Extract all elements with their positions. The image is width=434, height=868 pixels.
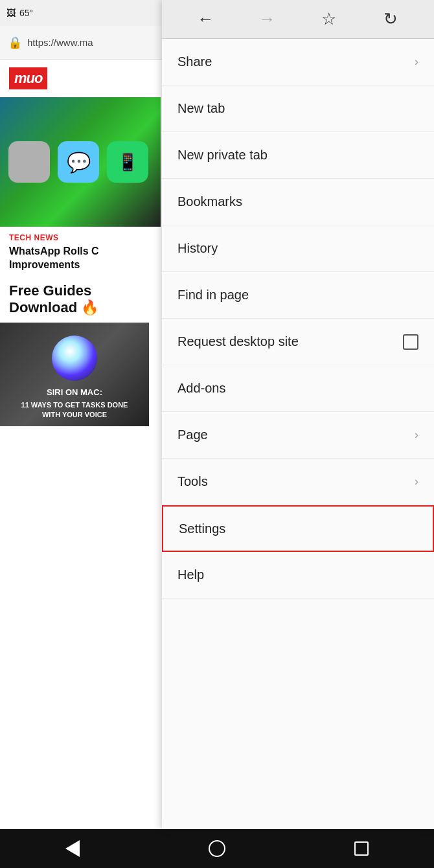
- back-nav-button[interactable]: [56, 832, 89, 865]
- menu-item-find-in-page[interactable]: Find in page: [162, 272, 434, 319]
- top-image: 💬 📱: [0, 97, 161, 227]
- menu-item-label-new-private-tab: New private tab: [177, 148, 268, 163]
- page-text: TECH NEWS WhatsApp Rolls C Improvements …: [0, 227, 161, 323]
- home-nav-icon: [209, 840, 225, 857]
- siri-thumb: SIRI ON MAC: 11 WAYS TO GET TASKS DONE W…: [0, 323, 149, 426]
- menu-item-label-bookmarks: Bookmarks: [177, 194, 242, 209]
- status-left: 🖼 65°: [6, 8, 33, 18]
- menu-item-label-find-in-page: Find in page: [177, 288, 249, 303]
- siri-circle: [52, 336, 97, 381]
- menu-toolbar: ← → ☆ ↻: [162, 0, 434, 39]
- menu-item-bookmarks[interactable]: Bookmarks: [162, 179, 434, 225]
- free-guides: Free Guides Download 🔥: [9, 282, 152, 317]
- logo-text: muo: [9, 67, 47, 89]
- menu-item-label-help: Help: [177, 567, 204, 582]
- recent-nav-button[interactable]: [345, 832, 378, 865]
- menu-items-list: Share›New tabNew private tabBookmarksHis…: [162, 39, 434, 829]
- context-menu: ← → ☆ ↻ Share›New tabNew private tabBook…: [162, 0, 434, 829]
- menu-item-label-new-tab: New tab: [177, 101, 225, 116]
- menu-item-chevron-tools: ›: [415, 475, 418, 488]
- app-icon-1: [8, 141, 50, 183]
- menu-item-request-desktop-site[interactable]: Request desktop site: [162, 319, 434, 365]
- page-background: muo 💬 📱 TECH NEWS WhatsApp Rolls C Impro…: [0, 60, 161, 829]
- menu-item-history[interactable]: History: [162, 225, 434, 272]
- menu-item-label-tools: Tools: [177, 474, 208, 489]
- menu-item-add-ons[interactable]: Add-ons: [162, 365, 434, 412]
- menu-item-share[interactable]: Share›: [162, 39, 434, 86]
- menu-item-chevron-page: ›: [415, 428, 418, 442]
- bookmark-star-button[interactable]: ☆: [313, 3, 345, 36]
- menu-item-label-page: Page: [177, 428, 208, 442]
- article-title: WhatsApp Rolls C Improvements: [9, 245, 152, 272]
- menu-item-checkbox-request-desktop-site[interactable]: [403, 334, 418, 350]
- app-grid: 💬 📱: [2, 135, 159, 189]
- menu-item-page[interactable]: Page›: [162, 412, 434, 459]
- menu-item-label-share: Share: [177, 54, 212, 69]
- tech-label: TECH NEWS: [9, 233, 152, 242]
- back-button[interactable]: ←: [190, 3, 222, 36]
- back-nav-icon: [65, 840, 80, 857]
- menu-item-help[interactable]: Help: [162, 552, 434, 599]
- forward-button[interactable]: →: [251, 3, 284, 36]
- menu-item-chevron-share: ›: [415, 55, 418, 69]
- reload-button[interactable]: ↻: [374, 3, 407, 36]
- menu-item-label-request-desktop-site: Request desktop site: [177, 334, 299, 349]
- home-nav-button[interactable]: [201, 832, 233, 865]
- temperature: 65°: [19, 8, 33, 18]
- photo-icon: 🖼: [6, 8, 16, 18]
- menu-item-label-history: History: [177, 241, 218, 256]
- recent-nav-icon: [354, 841, 369, 856]
- menu-item-label-add-ons: Add-ons: [177, 381, 226, 396]
- menu-item-new-tab[interactable]: New tab: [162, 86, 434, 132]
- menu-item-settings[interactable]: Settings: [162, 505, 434, 552]
- menu-item-new-private-tab[interactable]: New private tab: [162, 132, 434, 179]
- app-icon-messages: 💬: [58, 141, 99, 183]
- menu-item-label-settings: Settings: [179, 521, 225, 536]
- siri-text: SIRI ON MAC: 11 WAYS TO GET TASKS DONE W…: [21, 387, 128, 420]
- lock-icon: 🔒: [8, 36, 22, 50]
- muo-logo: muo: [0, 60, 161, 97]
- menu-item-tools[interactable]: Tools›: [162, 459, 434, 505]
- nav-bar: [0, 829, 434, 868]
- app-icon-whatsapp: 📱: [107, 141, 148, 183]
